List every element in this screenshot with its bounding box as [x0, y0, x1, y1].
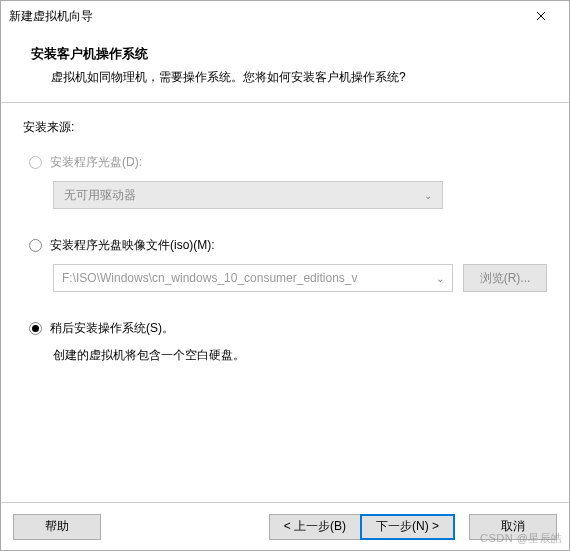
disc-drive-dropdown: 无可用驱动器 ⌄: [53, 181, 443, 209]
radio-input-iso[interactable]: [29, 239, 42, 252]
radio-input-later[interactable]: [29, 322, 42, 335]
wizard-content: 安装来源: 安装程序光盘(D): 无可用驱动器 ⌄ 安装程序光盘映像文件(iso…: [1, 103, 569, 502]
header-subtitle: 虚拟机如同物理机，需要操作系统。您将如何安装客户机操作系统?: [51, 69, 539, 86]
next-button[interactable]: 下一步(N) >: [360, 514, 455, 540]
option-install-later: 稍后安装操作系统(S)。 创建的虚拟机将包含一个空白硬盘。: [29, 320, 547, 364]
radio-install-later[interactable]: 稍后安装操作系统(S)。: [29, 320, 547, 337]
back-button[interactable]: < 上一步(B): [269, 514, 361, 540]
cancel-button[interactable]: 取消: [469, 514, 557, 540]
dropdown-value: 无可用驱动器: [64, 187, 136, 204]
install-later-description: 创建的虚拟机将包含一个空白硬盘。: [53, 347, 547, 364]
iso-path-value: F:\ISO\Windows\cn_windows_10_consumer_ed…: [62, 271, 357, 285]
radio-input-disc: [29, 156, 42, 169]
close-icon: [536, 11, 546, 21]
help-button[interactable]: 帮助: [13, 514, 101, 540]
radio-label-later: 稍后安装操作系统(S)。: [50, 320, 174, 337]
wizard-header: 安装客户机操作系统 虚拟机如同物理机，需要操作系统。您将如何安装客户机操作系统?: [1, 31, 569, 102]
chevron-down-icon: ⌄: [424, 190, 432, 201]
header-title: 安装客户机操作系统: [31, 45, 539, 63]
option-installer-disc: 安装程序光盘(D): 无可用驱动器 ⌄: [29, 154, 547, 209]
window-title: 新建虚拟机向导: [9, 8, 521, 25]
radio-label-iso: 安装程序光盘映像文件(iso)(M):: [50, 237, 215, 254]
wizard-footer: 帮助 < 上一步(B) 下一步(N) > 取消: [1, 502, 569, 550]
browse-button: 浏览(R)...: [463, 264, 547, 292]
radio-installer-iso[interactable]: 安装程序光盘映像文件(iso)(M):: [29, 237, 547, 254]
radio-label-disc: 安装程序光盘(D):: [50, 154, 142, 171]
close-button[interactable]: [521, 2, 561, 30]
iso-path-input: F:\ISO\Windows\cn_windows_10_consumer_ed…: [53, 264, 453, 292]
titlebar: 新建虚拟机向导: [1, 1, 569, 31]
option-installer-iso: 安装程序光盘映像文件(iso)(M): F:\ISO\Windows\cn_wi…: [29, 237, 547, 292]
radio-installer-disc: 安装程序光盘(D):: [29, 154, 547, 171]
chevron-down-icon: ⌄: [436, 273, 444, 284]
install-source-label: 安装来源:: [23, 119, 547, 136]
